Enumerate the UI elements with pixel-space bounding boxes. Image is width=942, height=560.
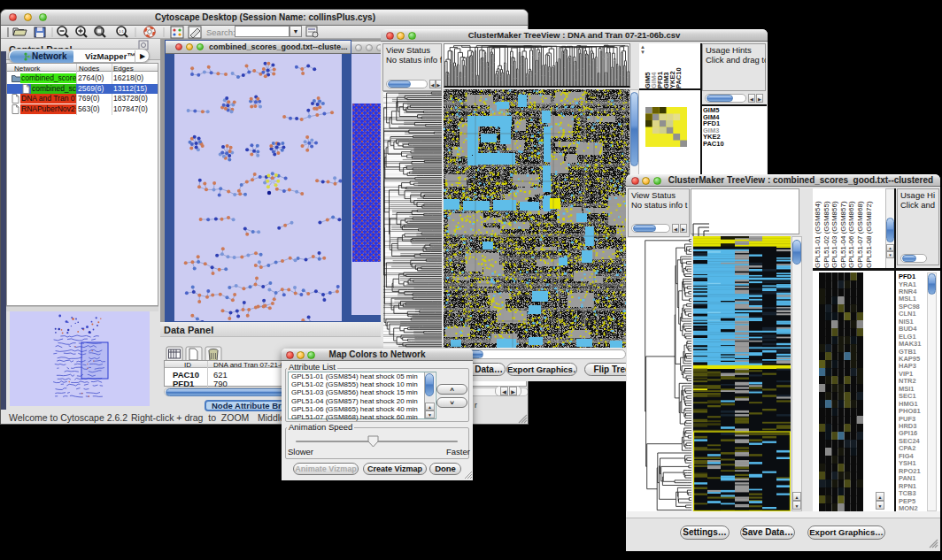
svg-text:GPL51-01 (GSM854): GPL51-01 (GSM854): [814, 201, 822, 268]
svg-text:GPL51-03 (GSM856): GPL51-03 (GSM856): [830, 201, 838, 268]
svg-text:GPL51-04 (GSM857): GPL51-04 (GSM857): [839, 201, 847, 268]
svg-text:GPL51-02 (GSM855): GPL51-02 (GSM855): [822, 201, 830, 268]
svg-text:GPL51-08 (GSM872): GPL51-08 (GSM872): [865, 201, 873, 268]
svg-text:PAC10: PAC10: [675, 67, 683, 88]
svg-text:GPL51-06 (GSM865): GPL51-06 (GSM865): [847, 201, 855, 268]
svg-text:GPL51-07 (GSM868): GPL51-07 (GSM868): [856, 201, 864, 268]
